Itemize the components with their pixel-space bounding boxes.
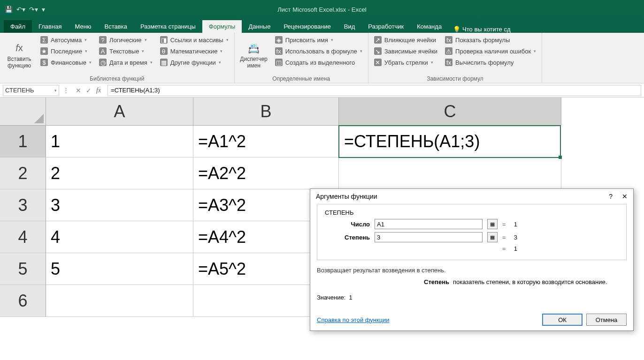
tell-me[interactable]: 💡 Что вы хотите сд: [453, 26, 510, 33]
cell-A1[interactable]: 1: [46, 126, 193, 158]
row-header-6[interactable]: 6: [0, 285, 46, 317]
ribbon-group-function-library: fx Вставить функцию ΣАвтосумма▾ ★Последн…: [0, 33, 235, 83]
question-icon: ?: [99, 36, 107, 44]
money-icon: $: [40, 59, 48, 66]
col-header-A[interactable]: A: [46, 98, 193, 126]
tab-view[interactable]: Вид: [337, 20, 362, 33]
lookup-icon: ◨: [160, 36, 168, 44]
chevron-down-icon[interactable]: ▾: [54, 88, 57, 93]
remove-arrows-icon: ✕: [374, 59, 382, 66]
formula-text: =СТЕПЕНЬ(A1;3): [111, 87, 160, 94]
text-label: Текстовые: [109, 48, 139, 55]
arg-input-1[interactable]: [375, 232, 483, 242]
tab-insert[interactable]: Вставка: [98, 20, 134, 33]
dialog-title: Аргументы функции: [316, 193, 377, 200]
arg-hint-name: Степень: [317, 278, 453, 285]
window-title: Лист Microsoft Excel.xlsx - Excel: [277, 6, 366, 13]
more-functions-button[interactable]: ▦Другие функции▾: [157, 57, 231, 68]
cell-A3[interactable]: 3: [46, 189, 193, 221]
more-icon: ▦: [160, 59, 168, 66]
cell-B1[interactable]: =A1^2: [193, 126, 339, 158]
cell-A4[interactable]: 4: [46, 221, 193, 253]
trace-precedents-button[interactable]: ↗Влияющие ячейки: [371, 35, 440, 45]
cell-B2[interactable]: =A2^2: [193, 158, 339, 189]
recent-button[interactable]: ★Последние▾: [38, 46, 94, 56]
ribbon-group-formula-auditing: ↗Влияющие ячейки ↘Зависимые ячейки ✕Убра…: [368, 33, 542, 83]
datetime-button[interactable]: ◷Дата и время▾: [96, 57, 155, 68]
tab-review[interactable]: Рецензирование: [277, 20, 337, 33]
show-formulas-button[interactable]: fxПоказать формулы: [442, 35, 539, 45]
tab-data[interactable]: Данные: [242, 20, 277, 33]
range-picker-icon[interactable]: ▦: [487, 232, 498, 242]
row-header-5[interactable]: 5: [0, 253, 46, 285]
ribbon-tabstrip: Файл Главная Меню Вставка Разметка стран…: [0, 19, 644, 33]
row-header-3[interactable]: 3: [0, 189, 46, 221]
lookup-label: Ссылки и массивы: [170, 37, 223, 44]
tab-home[interactable]: Главная: [32, 20, 68, 33]
enter-formula-icon[interactable]: ✓: [86, 87, 92, 94]
autosum-button[interactable]: ΣАвтосумма▾: [38, 35, 94, 45]
row-header-2[interactable]: 2: [0, 158, 46, 189]
cell-A6[interactable]: [46, 285, 193, 317]
error-check-label: Проверка наличия ошибок: [455, 48, 531, 55]
text-button[interactable]: AТекстовые▾: [96, 46, 155, 56]
name-manager-button[interactable]: 📇 Диспетчер имен: [238, 35, 270, 75]
logical-label: Логические: [109, 37, 141, 44]
financial-button[interactable]: $Финансовые▾: [38, 57, 94, 68]
formula-input[interactable]: =СТЕПЕНЬ(A1;3): [107, 85, 641, 96]
create-from-selection-button[interactable]: ◫Создать из выделенного: [272, 57, 365, 68]
recent-label: Последние: [51, 48, 82, 55]
cell-C1[interactable]: =СТЕПЕНЬ(A1;3): [338, 125, 561, 158]
trace-prec-icon: ↗: [374, 36, 382, 44]
cell-A2[interactable]: 2: [46, 158, 193, 189]
tab-file[interactable]: Файл: [4, 20, 32, 33]
tab-developer[interactable]: Разработчик: [361, 20, 410, 33]
tab-menu[interactable]: Меню: [68, 20, 98, 33]
lookup-button[interactable]: ◨Ссылки и массивы▾: [157, 35, 231, 45]
use-in-formula-button[interactable]: fxИспользовать в формуле▾: [272, 46, 365, 56]
show-formulas-icon: fx: [445, 36, 452, 44]
close-icon[interactable]: ✕: [622, 193, 628, 200]
define-name-button[interactable]: ◈Присвоить имя▾: [272, 35, 365, 45]
error-check-button[interactable]: ⚠Проверка наличия ошибок▾: [442, 46, 539, 56]
audit-group-label: Зависимости формул: [371, 75, 539, 82]
undo-icon[interactable]: ↶▾: [16, 6, 25, 13]
trace-dependents-button[interactable]: ↘Зависимые ячейки: [371, 46, 440, 56]
evaluate-formula-button[interactable]: fxВычислить формулу: [442, 57, 539, 68]
cell-A5[interactable]: 5: [46, 253, 193, 285]
fx-button-icon[interactable]: fx: [96, 87, 101, 94]
tab-formulas[interactable]: Формулы: [202, 20, 242, 33]
cancel-formula-icon[interactable]: ✕: [76, 87, 81, 94]
remove-arrows-button[interactable]: ✕Убрать стрелки▾: [371, 57, 440, 68]
value-label: Значение:: [317, 294, 345, 301]
function-help-link[interactable]: Справка по этой функции: [317, 316, 390, 317]
select-all-corner[interactable]: [0, 98, 46, 126]
math-button[interactable]: θМатематические▾: [157, 46, 231, 56]
logical-button[interactable]: ?Логические▾: [96, 35, 155, 45]
redo-icon[interactable]: ↷▾: [29, 6, 38, 13]
tab-team[interactable]: Команда: [410, 20, 448, 33]
range-picker-icon[interactable]: ▦: [487, 219, 498, 229]
star-icon: ★: [40, 47, 48, 55]
name-box[interactable]: СТЕПЕНЬ ▾: [3, 85, 59, 96]
sigma-icon: Σ: [40, 36, 48, 44]
insert-function-button[interactable]: fx Вставить функцию: [3, 35, 36, 75]
ok-button[interactable]: ОК: [542, 314, 583, 317]
qat-expand-icon[interactable]: ▾: [42, 6, 45, 13]
col-header-B[interactable]: B: [193, 98, 339, 126]
help-icon[interactable]: ?: [609, 193, 613, 200]
arg-input-0[interactable]: [375, 219, 483, 229]
col-header-C[interactable]: C: [339, 98, 561, 126]
trace-prec-label: Влияющие ячейки: [384, 37, 436, 44]
use-in-formula-label: Использовать в формуле: [285, 48, 357, 55]
save-icon[interactable]: 💾: [5, 6, 13, 13]
tab-layout[interactable]: Разметка страницы: [134, 20, 202, 33]
row-header-4[interactable]: 4: [0, 221, 46, 253]
row-header-1[interactable]: 1: [0, 126, 46, 158]
arg-result-1: 3: [514, 234, 517, 241]
cell-C2[interactable]: [339, 158, 561, 189]
show-formulas-label: Показать формулы: [455, 37, 510, 44]
cancel-button[interactable]: Отмена: [586, 314, 627, 317]
create-from-label: Создать из выделенного: [285, 59, 355, 66]
theta-icon: θ: [160, 47, 168, 55]
